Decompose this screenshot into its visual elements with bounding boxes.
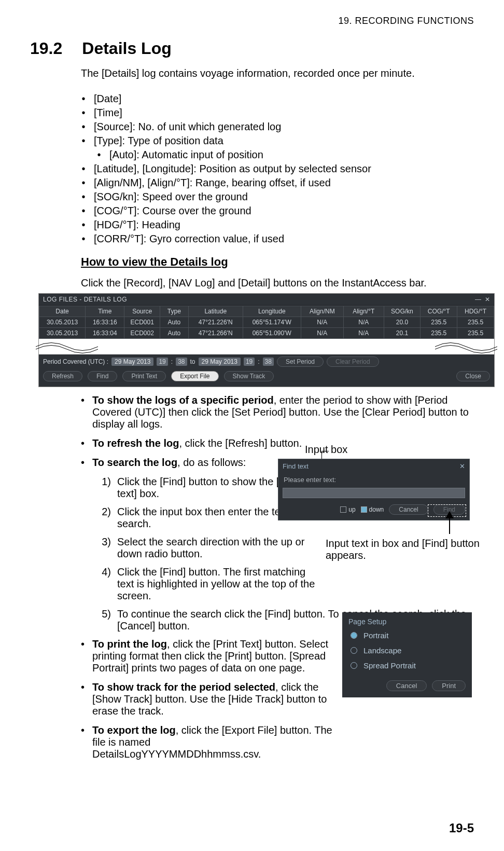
step-text: Click the [Find] button. The first match… [117,566,319,602]
cell: 065°51.090'W [243,328,301,339]
window-footer: Period Covered (UTC) : 29 May 2013 19 : … [39,354,494,387]
cell: 235.5 [457,317,494,328]
cell: 065°51.174'W [243,317,301,328]
step-text: Select the search direction with the up … [117,536,319,560]
print-text-button[interactable]: Print Text [122,371,166,381]
instr-bold: To show track for the period selected [92,681,275,693]
find-button[interactable]: Find [88,371,117,381]
cancel-button[interactable]: Cancel [389,504,428,515]
instr-text: , do as follows: [177,457,246,468]
details-log-window: LOG FILES - DETAILS LOG — ✕ Date Time So… [38,293,495,387]
col-time[interactable]: Time [86,306,124,317]
col-source[interactable]: Source [124,306,160,317]
period-to-hour[interactable]: 19 [244,358,255,366]
col-latitude[interactable]: Latitude [188,306,243,317]
field-item: [CORR/°T]: Gyro correction value, if use… [94,233,284,245]
col-align-t[interactable]: Align/°T [343,306,384,317]
portrait-option[interactable]: Portrait [348,628,466,643]
instr-bold: To refresh the log [92,437,179,449]
log-table: Date Time Source Type Latitude Longitude… [39,306,494,339]
radio-icon [351,662,357,669]
up-radio[interactable]: up [340,506,355,513]
close-icon[interactable]: ✕ [485,296,491,303]
page-number: 19-5 [449,821,474,835]
col-sog[interactable]: SOG/kn [384,306,421,317]
field-item: [HDG/°T]: Heading [94,219,180,231]
cell: 47°21.226'N [188,317,243,328]
period-to-date[interactable]: 29 May 2013 [199,358,241,366]
down-radio[interactable]: down [361,506,384,513]
intro-paragraph: The [Details] log contains voyage inform… [81,67,474,79]
radio-icon [351,647,357,654]
table-row[interactable]: 30.05.2013 16:33:04 ECD002 Auto 47°21.26… [39,328,494,339]
colon: : [258,358,259,365]
landscape-option[interactable]: Landscape [348,643,466,658]
col-cog[interactable]: COG/°T [421,306,457,317]
how-to-heading: How to view the Details log [81,255,474,269]
export-filename: DetailsLogYYYYMMDDhhmmss.csv. [92,748,261,760]
cell: 20.0 [384,317,421,328]
field-item: [Latitude], [Longitude]: Position as out… [94,163,371,175]
callout-label: Input box [305,444,470,456]
clear-period-button[interactable]: Clear Period [327,356,379,367]
find-input[interactable] [283,488,465,498]
col-longitude[interactable]: Longitude [243,306,301,317]
spread-portrait-option[interactable]: Spread Portrait [348,658,466,673]
how-to-intro: Click the [Record], [NAV Log] and [Detai… [81,277,474,289]
cell: 30.05.2013 [39,328,86,339]
field-item: [COG/°T]: Course over the ground [94,205,251,217]
period-from-min[interactable]: 38 [176,358,187,366]
field-subitem: [Auto]: Automatic input of position [109,149,263,161]
cancel-button[interactable]: Cancel [386,680,427,691]
cell: N/A [343,328,384,339]
section-title: Details Log [82,39,171,58]
export-file-button[interactable]: Export File [171,371,218,381]
close-icon[interactable]: ✕ [459,462,465,470]
find-caption: Input text in box and [Find] button appe… [326,538,481,561]
period-to-min[interactable]: 38 [263,358,274,366]
arrow-icon [445,511,454,518]
cell: 20.1 [384,328,421,339]
period-from-date[interactable]: 29 May 2013 [111,358,153,366]
cell: Auto [160,317,188,328]
cell: Auto [160,328,188,339]
window-title: LOG FILES - DETAILS LOG [43,296,127,303]
field-item: [Source]: No. of unit which generated lo… [94,121,281,133]
cell: N/A [301,317,343,328]
refresh-button[interactable]: Refresh [43,371,82,381]
cell: ECD001 [124,317,160,328]
section-heading: 19.2 Details Log [30,39,474,58]
dialog-title: Page Setup [348,617,466,626]
set-period-button[interactable]: Set Period [277,356,324,367]
content-elision [39,339,494,354]
minimize-icon[interactable]: — [475,296,482,303]
colon: : [171,358,173,365]
show-track-button[interactable]: Show Track [224,371,274,381]
section-number: 19.2 [30,39,62,58]
dialog-prompt: Please enter text: [284,476,464,484]
table-row[interactable]: 30.05.2013 16:33:16 ECD001 Auto 47°21.22… [39,317,494,328]
cell: 235.5 [421,328,457,339]
page-setup-dialog: Page Setup Portrait Landscape Spread Por… [342,612,472,697]
cell: 30.05.2013 [39,317,86,328]
to-label: to [190,358,195,365]
col-hdg[interactable]: HDG/°T [457,306,494,317]
col-type[interactable]: Type [160,306,188,317]
col-align-nm[interactable]: Align/NM [301,306,343,317]
instr-bold: To search the log [92,457,177,468]
find-text-figure: Input box Find text ✕ Please enter text:… [278,444,470,520]
window-titlebar: LOG FILES - DETAILS LOG — ✕ [39,294,494,306]
radio-icon [351,632,357,639]
close-button[interactable]: Close [456,371,490,381]
cell: N/A [343,317,384,328]
print-button[interactable]: Print [432,680,466,691]
cell: 235.5 [457,328,494,339]
field-item: [SOG/kn]: Speed over the ground [94,191,248,203]
instr-bold: To export the log [92,724,176,736]
period-from-hour[interactable]: 19 [157,358,167,366]
cell: 16:33:04 [86,328,124,339]
col-date[interactable]: Date [39,306,86,317]
dialog-title: Find text [283,462,309,470]
arrow-line [449,516,450,534]
cell: 235.5 [421,317,457,328]
